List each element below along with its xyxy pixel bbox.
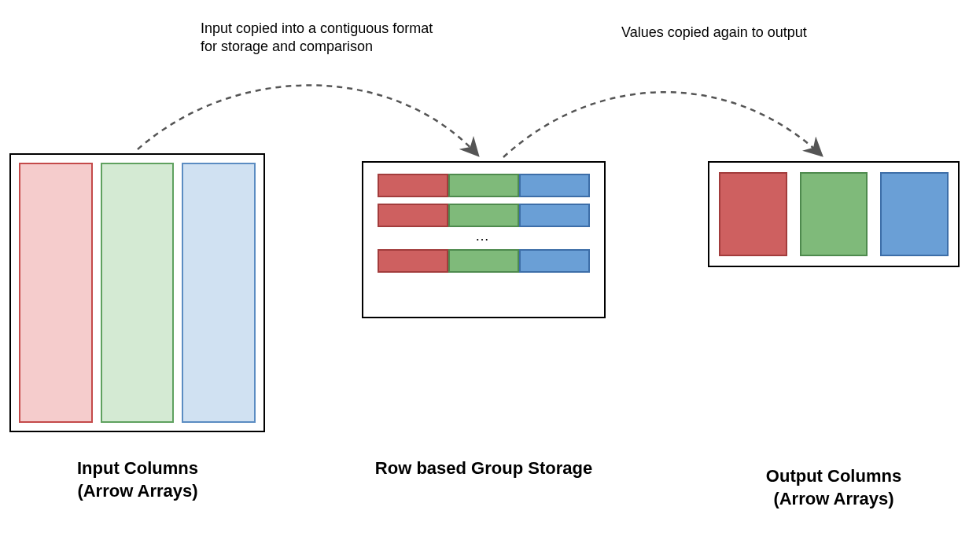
input-column-red: [19, 163, 93, 423]
storage-row-n: [378, 249, 590, 273]
rown-seg-red: [378, 249, 448, 273]
caption-input: Input Columns (Arrow Arrays): [43, 457, 232, 502]
row1-seg-green: [448, 174, 519, 197]
row2-seg-green: [448, 204, 519, 227]
caption-middle: Row based Group Storage: [350, 457, 617, 480]
rown-seg-blue: [519, 249, 590, 273]
input-column-green: [101, 163, 175, 423]
row2-seg-blue: [519, 204, 590, 227]
diagram-canvas: Input copied into a contiguous format fo…: [0, 0, 980, 536]
output-column-green: [800, 172, 868, 256]
row1-seg-blue: [519, 174, 590, 197]
annotation-output-copied: Values copied again to output: [621, 24, 857, 42]
row1-seg-red: [378, 174, 448, 197]
output-column-blue: [880, 172, 949, 256]
arrow-middle-to-output: [503, 92, 822, 157]
row-storage-box: …: [362, 161, 606, 318]
arrow-input-to-middle: [138, 85, 478, 156]
annotation-input-copied: Input copied into a contiguous format fo…: [201, 20, 452, 57]
rown-seg-green: [448, 249, 519, 273]
output-columns-box: [708, 161, 960, 267]
ellipsis: …: [475, 233, 492, 243]
input-column-blue: [182, 163, 256, 423]
storage-row-1: [378, 174, 590, 197]
caption-output: Output Columns (Arrow Arrays): [739, 465, 928, 510]
output-column-red: [719, 172, 787, 256]
storage-row-2: [378, 204, 590, 227]
input-columns-box: [9, 153, 265, 432]
row2-seg-red: [378, 204, 448, 227]
